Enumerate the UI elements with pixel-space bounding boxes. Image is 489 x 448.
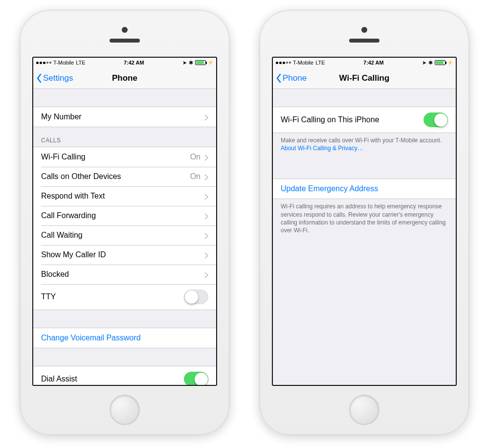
home-button[interactable]: [110, 395, 140, 425]
charging-icon: ⚡: [447, 60, 453, 65]
location-icon: ➤: [182, 60, 187, 66]
call-forwarding-row[interactable]: Call Forwarding: [33, 206, 216, 225]
screen-wifi-calling: T-Mobile LTE 7:42 AM ➤ ✱ ⚡ Phone Wi-Fi C…: [272, 57, 457, 386]
back-label: Settings: [43, 73, 73, 83]
tty-row: TTY: [33, 284, 216, 310]
change-voicemail-password-row[interactable]: Change Voicemail Password: [33, 328, 216, 348]
screen-phone-settings: T-Mobile LTE 7:42 AM ➤ ✱ ⚡ Settings Phon…: [32, 57, 217, 386]
bluetooth-icon: ✱: [189, 60, 193, 66]
wifi-calling-footer: Make and receive calls over Wi-Fi with y…: [273, 133, 456, 152]
cell-label: Update Emergency Address: [281, 184, 378, 193]
chevron-right-icon: [204, 174, 208, 180]
status-bar: T-Mobile LTE 7:42 AM ➤ ✱ ⚡: [33, 58, 216, 67]
calls-on-other-devices-row[interactable]: Calls on Other Devices On: [33, 167, 216, 186]
iphone-mockup-right: T-Mobile LTE 7:42 AM ➤ ✱ ⚡ Phone Wi-Fi C…: [259, 10, 469, 435]
cell-detail: On: [190, 153, 200, 161]
show-caller-id-row[interactable]: Show My Caller ID: [33, 245, 216, 265]
battery-icon: [435, 60, 445, 65]
call-waiting-row[interactable]: Call Waiting: [33, 225, 216, 245]
blocked-row[interactable]: Blocked: [33, 265, 216, 284]
network-label: LTE: [76, 60, 85, 66]
cell-label: Wi-Fi Calling on This iPhone: [281, 115, 379, 124]
charging-icon: ⚡: [208, 60, 213, 65]
cell-label: Call Forwarding: [41, 211, 96, 220]
carrier-label: T-Mobile: [53, 60, 74, 66]
cell-label: My Number: [41, 112, 82, 121]
chevron-right-icon: [204, 114, 208, 120]
wifi-calling-privacy-link[interactable]: About Wi-Fi Calling & Privacy…: [281, 145, 363, 152]
dial-assist-row: Dial Assist: [33, 366, 216, 385]
cell-label: Show My Caller ID: [41, 250, 106, 259]
battery-icon: [195, 60, 206, 65]
chevron-right-icon: [204, 213, 208, 219]
chevron-right-icon: [204, 232, 208, 239]
chevron-right-icon: [204, 154, 208, 160]
cell-label: Dial Assist: [41, 375, 77, 383]
chevron-right-icon: [204, 252, 208, 258]
update-emergency-address-row[interactable]: Update Emergency Address: [273, 179, 456, 199]
cell-label: Calls on Other Devices: [41, 172, 121, 181]
nav-bar: Settings Phone: [33, 67, 216, 89]
cell-label: Wi-Fi Calling: [41, 153, 86, 161]
back-label: Phone: [283, 73, 307, 83]
cell-label: Call Waiting: [41, 231, 83, 240]
my-number-row[interactable]: My Number: [33, 107, 216, 127]
back-button[interactable]: Phone: [276, 67, 307, 89]
calls-section-header: CALLS: [33, 127, 216, 147]
cell-label: Change Voicemail Password: [41, 334, 141, 342]
page-title: Phone: [112, 73, 137, 83]
cell-label: TTY: [41, 292, 56, 301]
dial-assist-toggle[interactable]: [184, 372, 208, 385]
respond-with-text-row[interactable]: Respond with Text: [33, 186, 216, 206]
clock: 7:42 AM: [124, 60, 144, 66]
iphone-mockup-left: T-Mobile LTE 7:42 AM ➤ ✱ ⚡ Settings Phon…: [20, 10, 230, 435]
signal-strength-icon: [276, 62, 291, 64]
nav-bar: Phone Wi-Fi Calling: [273, 67, 456, 89]
home-button[interactable]: [349, 395, 379, 425]
chevron-right-icon: [204, 193, 208, 200]
bluetooth-icon: ✱: [428, 60, 433, 66]
chevron-left-icon: [36, 73, 42, 83]
carrier-label: T-Mobile: [293, 60, 313, 66]
page-title: Wi-Fi Calling: [339, 73, 390, 83]
cell-label: Respond with Text: [41, 192, 105, 201]
tty-toggle[interactable]: [184, 290, 208, 304]
status-bar: T-Mobile LTE 7:42 AM ➤ ✱ ⚡: [273, 58, 456, 67]
wifi-calling-toggle-row: Wi-Fi Calling on This iPhone: [273, 107, 456, 133]
clock: 7:42 AM: [363, 60, 384, 66]
network-label: LTE: [315, 60, 325, 66]
wifi-calling-row[interactable]: Wi-Fi Calling On: [33, 147, 216, 167]
cell-label: Blocked: [41, 270, 69, 279]
location-icon: ➤: [422, 60, 426, 66]
emergency-address-footer: Wi-Fi calling requires an address to hel…: [273, 199, 456, 234]
chevron-left-icon: [276, 73, 282, 83]
back-button[interactable]: Settings: [36, 67, 73, 89]
cell-detail: On: [190, 172, 200, 181]
wifi-calling-toggle[interactable]: [423, 112, 448, 127]
signal-strength-icon: [36, 62, 51, 64]
chevron-right-icon: [204, 271, 208, 278]
